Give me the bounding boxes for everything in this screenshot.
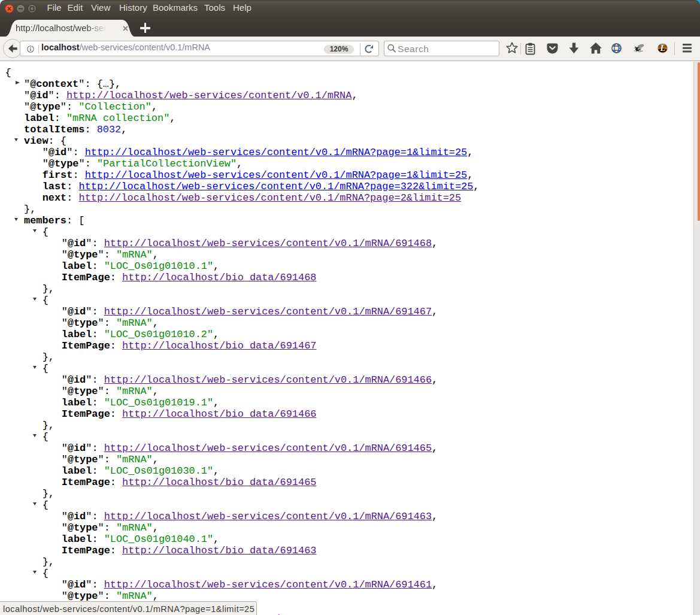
svg-text:L: L: [660, 44, 666, 53]
